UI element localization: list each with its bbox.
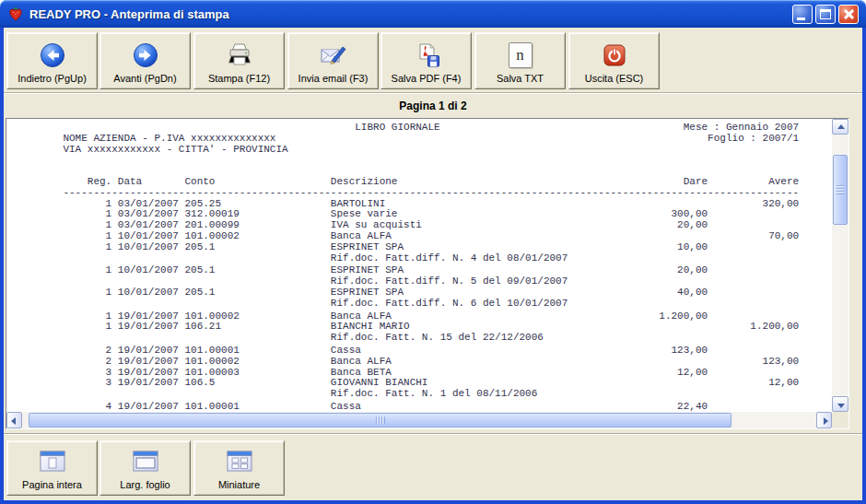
pdf-save-icon [413, 33, 440, 73]
vertical-scroll-thumb[interactable] [833, 155, 848, 225]
document-line: 1 10/01/2007 101.00002 Banca ALFA 70,00 [8, 231, 831, 242]
minimize-icon [797, 18, 805, 20]
avanti-button[interactable]: Avanti (PgDn) [99, 32, 191, 89]
document-line: Rif.doc. Fatt.diff. N. 6 del 10/01/2007 [8, 299, 831, 310]
document-line: 2 19/01/2007 101.00001 Cassa 123,00 [8, 346, 831, 357]
button-label: Indietro (PgUp) [18, 73, 87, 84]
scrollbar-corner [832, 412, 848, 428]
power-icon [602, 33, 627, 73]
document-line: Rif.doc. Fatt. N. 1 del 08/11/2006 [8, 389, 831, 400]
full-page-icon [39, 441, 66, 479]
document-line: 1 10/01/2007 205.1 ESPRINET SPA 40,00 [8, 287, 831, 299]
button-label: Avanti (PgDn) [113, 73, 176, 84]
button-label: Salva TXT [497, 73, 544, 84]
button-label: Uscita (ESC) [585, 73, 644, 84]
uscita-button[interactable]: Uscita (ESC) [568, 32, 660, 89]
window-body: Indietro (PgUp) Avanti (PgDn) [0, 28, 866, 504]
thumbnails-icon [226, 441, 253, 479]
horizontal-scroll-thumb[interactable] [29, 413, 731, 428]
app-window: READY PRO - Anteprima di stampa Indietro… [0, 0, 866, 504]
pagina-intera-button[interactable]: Pagina intera [6, 440, 98, 496]
document-line: 1 10/01/2007 205.1 ESPRINET SPA 10,00 [8, 242, 831, 253]
button-label: Invia email (F3) [298, 73, 369, 84]
print-preview-area: LIBRO GIORNALE Mese : Gennaio 2007 NOME … [6, 118, 849, 429]
document-line [8, 155, 831, 166]
scroll-left-button[interactable] [6, 412, 22, 428]
txt-icon-letter: n [516, 46, 524, 64]
document-line: VIA xxxxxxxxxxxx - CITTA' - PROVINCIA [8, 145, 831, 156]
invia-email-button[interactable]: Invia email (F3) [287, 32, 379, 89]
button-label: Stampa (F12) [208, 73, 270, 84]
up-arrow-icon [837, 124, 845, 129]
maximize-button[interactable] [815, 5, 836, 24]
forward-arrow-icon [133, 33, 158, 73]
miniature-button[interactable]: Miniature [193, 440, 285, 496]
email-icon [320, 33, 347, 73]
document-line: 2 19/01/2007 101.00002 Banca ALFA 123,00 [8, 357, 831, 368]
document-line: Reg. Data Conto Descrizione Dare Avere [8, 177, 831, 188]
close-button[interactable] [838, 5, 859, 24]
document-line: Rif.doc. Fatt.diff. N. 4 del 08/01/2007 [8, 253, 831, 264]
maximize-icon [820, 9, 831, 19]
close-icon [839, 6, 858, 23]
scroll-down-button[interactable] [832, 396, 848, 412]
document-line: Rif.doc. Fatt. N. 15 del 22/12/2006 [8, 333, 831, 344]
indietro-button[interactable]: Indietro (PgUp) [6, 32, 98, 89]
app-icon [7, 6, 24, 22]
button-label: Larg. foglio [120, 479, 170, 490]
window-title: READY PRO - Anteprima di stampa [29, 7, 229, 21]
title-bar[interactable]: READY PRO - Anteprima di stampa [0, 0, 866, 28]
button-label: Salva PDF (F4) [392, 73, 462, 84]
window-controls [792, 5, 859, 24]
salva-pdf-button[interactable]: Salva PDF (F4) [380, 32, 472, 89]
printer-icon [226, 33, 253, 73]
bottom-separator [4, 433, 862, 435]
salva-txt-button[interactable]: n Salva TXT [474, 32, 566, 89]
button-label: Pagina intera [22, 479, 82, 490]
document-line: 4 19/01/2007 101.00001 Cassa 22,40 [8, 402, 831, 412]
scroll-up-button[interactable] [832, 119, 848, 135]
right-arrow-icon [824, 417, 828, 425]
vertical-scrollbar[interactable] [832, 119, 848, 412]
document-line: NOME AZIENDA - P.IVA xxxxxxxxxxxxxx Fogl… [8, 134, 831, 145]
document-line: ----------------------------------------… [8, 188, 831, 199]
document-page: LIBRO GIORNALE Mese : Gennaio 2007 NOME … [8, 123, 831, 412]
stampa-button[interactable]: Stampa (F12) [193, 32, 285, 89]
left-arrow-icon [11, 417, 16, 425]
larghezza-foglio-button[interactable]: Larg. foglio [99, 440, 191, 496]
minimize-button[interactable] [792, 5, 813, 24]
scroll-right-button[interactable] [816, 412, 832, 428]
page-indicator: Pagina 1 di 2 [4, 94, 862, 117]
horizontal-scrollbar[interactable] [6, 412, 832, 428]
txt-notepad-icon: n [509, 33, 532, 73]
page-width-icon [132, 441, 159, 479]
button-label: Miniature [218, 479, 260, 490]
down-arrow-icon [837, 404, 845, 408]
back-arrow-icon [40, 33, 65, 73]
